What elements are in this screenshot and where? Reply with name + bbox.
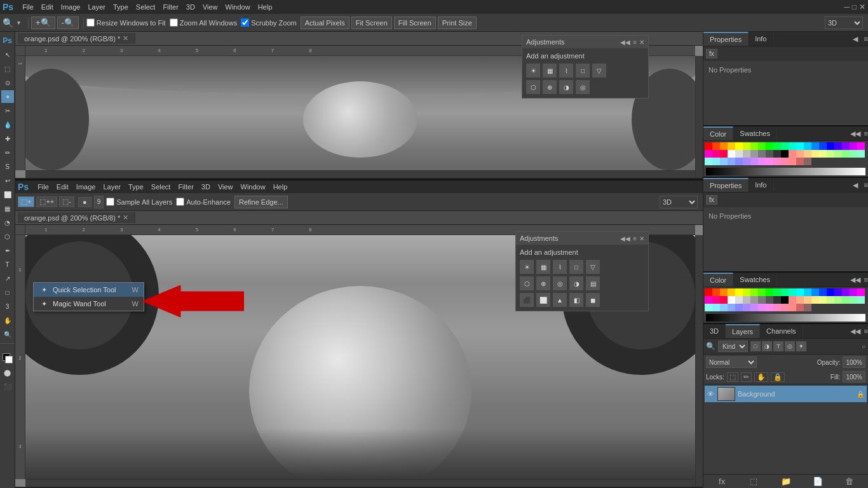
tab-properties-2[interactable]: Properties (703, 178, 749, 192)
color-swatch[interactable] (773, 150, 781, 158)
tool-brush[interactable]: ✏ (1, 146, 14, 159)
color-swatch[interactable] (712, 288, 720, 296)
color-swatch[interactable] (781, 296, 789, 304)
color-swatch[interactable] (728, 288, 735, 296)
tool-gradient[interactable]: ▦ (1, 202, 14, 215)
zoom-all-check[interactable] (170, 18, 178, 27)
adj-bw[interactable]: ◑ (559, 80, 573, 94)
color-swatch[interactable] (811, 150, 819, 158)
color-swatch[interactable] (842, 142, 850, 150)
color-swatch[interactable] (819, 296, 827, 304)
fit-screen-btn[interactable]: Fit Screen (351, 17, 392, 29)
color-swatch[interactable] (705, 142, 712, 150)
color-swatch[interactable] (720, 296, 728, 304)
filter-toggle[interactable]: ○ (862, 342, 865, 350)
scrollbar-v-1[interactable] (695, 56, 703, 178)
color-swatch[interactable] (758, 150, 766, 158)
bw-gradient-bar[interactable] (706, 168, 865, 175)
adj-poster-2[interactable]: ⬜ (536, 293, 550, 307)
new-layer-btn[interactable]: 📄 (802, 477, 834, 486)
view-mode-select[interactable]: 3D (825, 17, 863, 29)
refine-edge-btn[interactable]: Refine Edge... (234, 196, 288, 208)
tool-healing[interactable]: ✚ (1, 132, 14, 145)
color-swatch[interactable] (789, 304, 796, 311)
color-panel-menu-2[interactable]: ≡ (864, 276, 868, 283)
color-swatch[interactable] (766, 142, 773, 150)
doc-tab-close-1[interactable]: ✕ (123, 34, 128, 43)
tool-pen[interactable]: ✒ (1, 244, 14, 257)
color-swatch[interactable] (773, 296, 781, 304)
color-swatch[interactable] (735, 158, 743, 165)
adj-exposure[interactable]: □ (576, 64, 590, 78)
color-swatch[interactable] (796, 296, 804, 304)
tab-color[interactable]: Color (703, 126, 733, 140)
color-swatch[interactable] (735, 304, 743, 311)
color-swatch[interactable] (743, 296, 750, 304)
zoom-out-btn[interactable]: -🔍 (57, 17, 79, 29)
adj-curves[interactable]: ⌇ (559, 64, 573, 78)
restore-btn[interactable]: □ (852, 3, 857, 11)
menu2-type[interactable]: Type (125, 182, 147, 192)
color-swatch[interactable] (728, 296, 735, 304)
color-swatch[interactable] (781, 304, 789, 311)
menu-view[interactable]: View (199, 2, 222, 12)
color-swatch[interactable] (705, 296, 712, 304)
scrollbar-h-1[interactable] (25, 170, 695, 178)
menu2-3d[interactable]: 3D (198, 182, 214, 192)
adj-vibrance[interactable]: ▽ (592, 64, 606, 78)
color-swatch[interactable] (827, 288, 834, 296)
adj-collapse-1[interactable]: ◀◀ (620, 39, 630, 46)
resize-windows-check[interactable] (86, 18, 95, 27)
delete-layer-btn[interactable]: 🗑 (834, 477, 865, 486)
adj-hsl-2[interactable]: ⬡ (520, 276, 534, 290)
tab-swatches[interactable]: Swatches (733, 127, 777, 140)
color-swatch[interactable] (842, 296, 850, 304)
tool-eyedrop[interactable]: 💧 (1, 118, 14, 131)
color-swatch[interactable] (773, 158, 781, 165)
menu2-help[interactable]: Help (269, 182, 292, 192)
color-swatch[interactable] (819, 150, 827, 158)
color-swatch[interactable] (743, 304, 750, 311)
color-swatch[interactable] (789, 296, 796, 304)
color-swatch[interactable] (781, 288, 789, 296)
menu2-file[interactable]: File (34, 182, 53, 192)
fx-btn[interactable]: fx (706, 49, 717, 58)
adj-close-2[interactable]: ✕ (639, 235, 644, 242)
color-swatch[interactable] (804, 150, 811, 158)
color-swatch[interactable] (842, 288, 850, 296)
print-size-btn[interactable]: Print Size (438, 17, 477, 29)
color-swatch[interactable] (773, 304, 781, 311)
menu-3d[interactable]: 3D (182, 2, 199, 12)
color-panel-menu[interactable]: ≡ (864, 130, 868, 137)
menu-help[interactable]: Help (254, 2, 276, 12)
new-group-btn[interactable]: 📁 (770, 477, 801, 486)
tool-dodge[interactable]: ⬡ (1, 230, 14, 243)
adj-menu-2[interactable]: ≡ (633, 235, 637, 242)
filter-adjust-btn[interactable]: ◑ (762, 341, 772, 351)
color-swatch[interactable] (850, 142, 857, 150)
color-swatch[interactable] (720, 288, 728, 296)
lock-draw-btn[interactable]: ✏ (741, 372, 752, 382)
scrollbar-h-2[interactable] (25, 479, 695, 487)
adj-channel-2[interactable]: ◑ (569, 276, 583, 290)
lock-move-btn[interactable]: ✋ (754, 372, 768, 382)
menu-file[interactable]: File (18, 2, 37, 12)
color-swatch[interactable] (758, 304, 766, 311)
menu2-view[interactable]: View (214, 182, 237, 192)
scrubby-zoom-check[interactable] (241, 18, 249, 27)
color-swatch[interactable] (819, 142, 827, 150)
color-swatch[interactable] (789, 142, 796, 150)
color-panel-collapse[interactable]: ◀◀ (846, 128, 864, 139)
color-swatch[interactable] (758, 158, 766, 165)
color-swatch[interactable] (758, 288, 766, 296)
color-swatch[interactable] (705, 304, 712, 311)
color-swatch[interactable] (773, 142, 781, 150)
tool-screen-mode[interactable]: ⬛ (1, 380, 14, 393)
tool-blur[interactable]: ◔ (1, 216, 14, 229)
color-swatch[interactable] (834, 296, 842, 304)
doc-tab-2[interactable]: orange.psd @ 200% (RGB/8) * ✕ (18, 212, 135, 223)
tool-zoom[interactable]: 🔍 (1, 328, 14, 341)
color-swatch[interactable] (758, 296, 766, 304)
color-swatch[interactable] (857, 288, 865, 296)
tool-hand[interactable]: ✋ (1, 314, 14, 327)
